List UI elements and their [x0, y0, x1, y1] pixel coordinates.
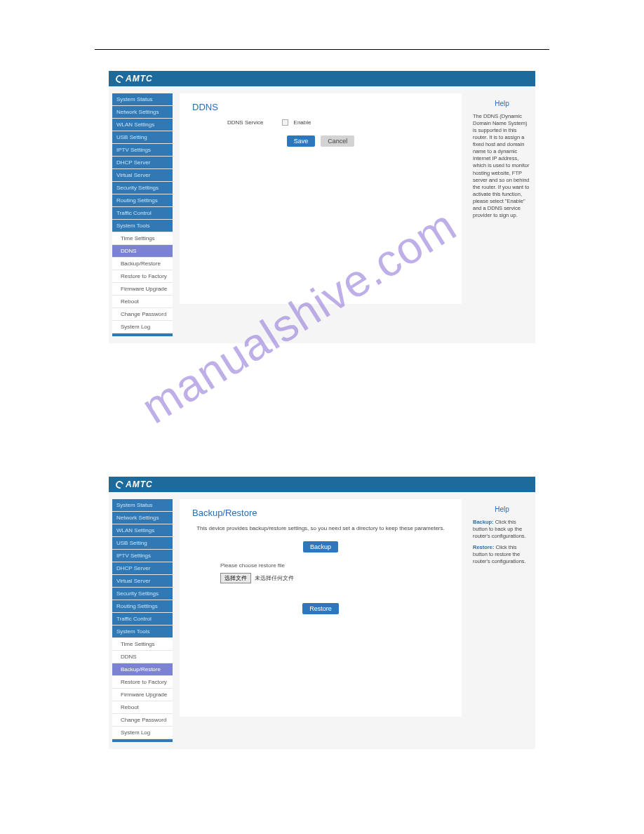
- header-bar: AMTC: [109, 71, 535, 86]
- logo: AMTC: [116, 74, 153, 84]
- sidebar-subitem-system-log[interactable]: System Log: [112, 727, 173, 739]
- ddns-service-row: DDNS Service Enable: [227, 119, 449, 126]
- page-title: DDNS: [192, 102, 449, 112]
- sidebar-subitem-firmware-upgrade[interactable]: Firmware Upgrade: [112, 283, 173, 296]
- help-title: Help: [473, 505, 531, 515]
- logo-swirl-icon: [114, 479, 125, 489]
- help-restore-term: Restore:: [473, 544, 494, 550]
- sidebar-item-routing-settings[interactable]: Routing Settings: [112, 600, 173, 613]
- backup-button[interactable]: Backup: [303, 541, 338, 552]
- backup-button-row: Backup: [192, 541, 449, 552]
- sidebar-subitem-restore-to-factory[interactable]: Restore to Factory: [112, 676, 173, 689]
- content-pane-ddns: DDNS DDNS Service Enable Save Cancel: [180, 93, 462, 304]
- sidebar-subitem-time-settings[interactable]: Time Settings: [112, 638, 173, 651]
- sidebar-item-security-settings[interactable]: Security Settings: [112, 588, 173, 600]
- enable-checkbox[interactable]: [282, 119, 288, 126]
- sidebar-item-system-status[interactable]: System Status: [112, 93, 173, 106]
- sidebar-subitem-change-password[interactable]: Change Password: [112, 308, 173, 321]
- file-none-label: 未选择任何文件: [255, 574, 294, 582]
- sidebar-subitem-ddns[interactable]: DDNS: [112, 245, 173, 258]
- sidebar-subitem-change-password[interactable]: Change Password: [112, 714, 173, 727]
- sidebar-subitem-backup-restore[interactable]: Backup/Restore: [112, 663, 173, 676]
- sidebar-item-dhcp-server[interactable]: DHCP Server: [112, 562, 173, 575]
- sidebar-item-usb-setting[interactable]: USB Setting: [112, 131, 173, 144]
- header-bar: AMTC: [109, 477, 535, 492]
- button-row: Save Cancel: [192, 135, 449, 147]
- main-shell: System StatusNetwork SettingsWLAN Settin…: [109, 86, 535, 343]
- help-title: Help: [473, 99, 531, 109]
- sidebar-subitem-reboot[interactable]: Reboot: [112, 296, 173, 308]
- restore-button-row: Restore: [192, 603, 449, 614]
- sidebar-subitem-system-log[interactable]: System Log: [112, 321, 173, 333]
- sidebar-item-traffic-control[interactable]: Traffic Control: [112, 207, 173, 220]
- sidebar-subitem-firmware-upgrade[interactable]: Firmware Upgrade: [112, 689, 173, 701]
- sidebar-item-routing-settings[interactable]: Routing Settings: [112, 194, 173, 207]
- page-title: Backup/Restore: [192, 508, 449, 518]
- divider-line: [95, 49, 549, 50]
- logo: AMTC: [116, 479, 153, 489]
- choose-file-button[interactable]: 选择文件: [220, 573, 251, 583]
- content-pane-backup: Backup/Restore This device provides back…: [180, 499, 462, 717]
- sidebar-item-dhcp-server[interactable]: DHCP Server: [112, 157, 173, 169]
- help-panel: Help Backup: Click this button to back u…: [469, 499, 535, 575]
- main-shell: System StatusNetwork SettingsWLAN Settin…: [109, 492, 535, 749]
- sidebar-bottom-stripe: [112, 739, 173, 742]
- sidebar-item-iptv-settings[interactable]: IPTV Settings: [112, 144, 173, 157]
- sidebar-item-system-tools[interactable]: System Tools: [112, 220, 173, 232]
- logo-text: AMTC: [126, 74, 153, 84]
- sidebar-item-wlan-settings[interactable]: WLAN Settings: [112, 524, 173, 537]
- help-backup-term: Backup:: [473, 519, 494, 525]
- help-text: The DDNS (Dynamic Domain Name System) is…: [473, 113, 531, 220]
- backup-desc: This device provides backup/restore sett…: [192, 525, 449, 531]
- sidebar-item-network-settings[interactable]: Network Settings: [112, 512, 173, 524]
- sidebar: System StatusNetwork SettingsWLAN Settin…: [112, 93, 173, 336]
- file-select-row: 选择文件 未选择任何文件: [220, 573, 449, 583]
- sidebar-item-wlan-settings[interactable]: WLAN Settings: [112, 119, 173, 131]
- choose-file-note: Please choose restore file: [220, 562, 449, 569]
- sidebar-subitem-ddns[interactable]: DDNS: [112, 651, 173, 663]
- sidebar: System StatusNetwork SettingsWLAN Settin…: [112, 499, 173, 742]
- help-restore-line: Restore: Click this button to restore th…: [473, 544, 531, 565]
- sidebar-bottom-stripe: [112, 333, 173, 336]
- logo-text: AMTC: [126, 479, 153, 489]
- sidebar-item-virtual-server[interactable]: Virtual Server: [112, 575, 173, 588]
- sidebar-item-usb-setting[interactable]: USB Setting: [112, 537, 173, 550]
- sidebar-item-system-tools[interactable]: System Tools: [112, 626, 173, 638]
- sidebar-subitem-restore-to-factory[interactable]: Restore to Factory: [112, 270, 173, 283]
- sidebar-item-security-settings[interactable]: Security Settings: [112, 182, 173, 194]
- sidebar-subitem-backup-restore[interactable]: Backup/Restore: [112, 258, 173, 270]
- sidebar-item-traffic-control[interactable]: Traffic Control: [112, 613, 173, 626]
- sidebar-subitem-time-settings[interactable]: Time Settings: [112, 232, 173, 245]
- ddns-service-label: DDNS Service: [227, 119, 264, 126]
- sidebar-item-iptv-settings[interactable]: IPTV Settings: [112, 550, 173, 562]
- router-window-backup: AMTC System StatusNetwork SettingsWLAN S…: [109, 477, 535, 749]
- help-backup-line: Backup: Click this button to back up the…: [473, 519, 531, 540]
- help-panel: Help The DDNS (Dynamic Domain Name Syste…: [469, 93, 535, 229]
- sidebar-item-system-status[interactable]: System Status: [112, 499, 173, 512]
- router-window-ddns: AMTC System StatusNetwork SettingsWLAN S…: [109, 71, 535, 343]
- sidebar-subitem-reboot[interactable]: Reboot: [112, 701, 173, 714]
- save-button[interactable]: Save: [287, 135, 316, 147]
- cancel-button[interactable]: Cancel: [321, 135, 354, 147]
- sidebar-item-network-settings[interactable]: Network Settings: [112, 106, 173, 119]
- enable-label: Enable: [294, 119, 311, 126]
- restore-button[interactable]: Restore: [302, 603, 339, 614]
- logo-swirl-icon: [114, 73, 125, 84]
- sidebar-item-virtual-server[interactable]: Virtual Server: [112, 169, 173, 182]
